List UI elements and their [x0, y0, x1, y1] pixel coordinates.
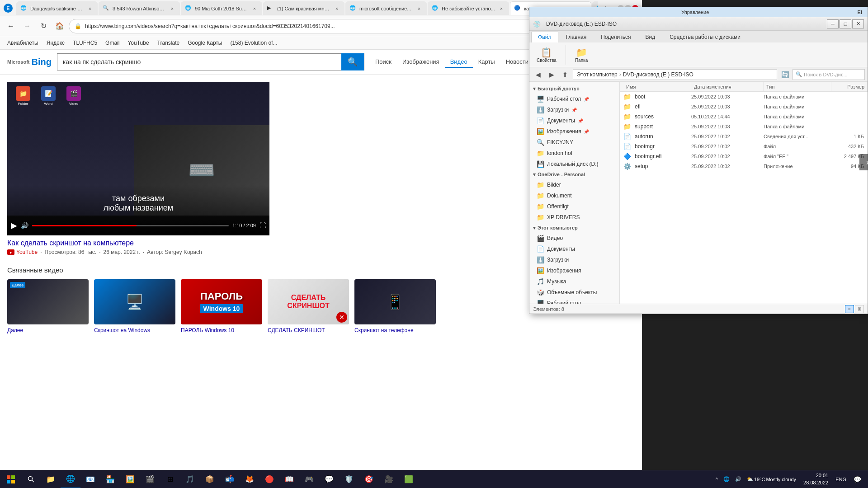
bookmark-bm5[interactable]: YouTube: [124, 38, 152, 48]
sidebar-item-----------------[interactable]: 🎲 Объемные объекты: [529, 287, 619, 298]
browser-tab-tab2[interactable]: 🔍 3,543 Rowan Atkinson P... ×: [99, 1, 180, 15]
bing-nav-nav1[interactable]: Поиск: [370, 56, 397, 68]
file-row-boot[interactable]: 📁 boot 25.09.2022 10:03 Папка с файлами: [620, 92, 868, 102]
file-row-setup[interactable]: ⚙️ setup 25.09.2022 10:02 Приложение 94 …: [620, 161, 868, 171]
bing-search-button[interactable]: 🔍: [341, 53, 364, 70]
taskbar-app-video[interactable]: 🎥: [379, 470, 399, 488]
fe-col-size-header[interactable]: Размер: [831, 82, 868, 91]
taskbar-clock[interactable]: 20:01 28.08.2022: [800, 472, 832, 486]
fe-minimize-button[interactable]: ─: [827, 19, 839, 28]
home-button[interactable]: 🏠: [52, 19, 67, 33]
video-volume-button[interactable]: 🔊: [21, 222, 28, 229]
related-card-v1[interactable]: Далее Далее: [7, 279, 89, 334]
browser-tab-tab4[interactable]: ▶ (1) Сам красивая мне... ×: [263, 1, 344, 15]
sidebar-item-offentligt[interactable]: 📁 Offentligt: [529, 201, 619, 212]
bookmark-bm1[interactable]: Авиабилеты: [4, 38, 42, 48]
taskbar-app-netflix[interactable]: 🎬: [140, 470, 160, 488]
video-play-button[interactable]: ▶: [11, 221, 17, 230]
sidebar-item-fikcyjny[interactable]: 🔍 FIKCYJNY: [529, 137, 619, 148]
tab-close-tab4[interactable]: ×: [333, 5, 340, 12]
sidebar-item-bilder[interactable]: 📁 Bilder: [529, 179, 619, 190]
bing-search-input[interactable]: [57, 54, 341, 70]
tab-close-tab6[interactable]: ×: [498, 5, 505, 12]
fe-close-button[interactable]: ✕: [852, 19, 864, 28]
file-row-sources[interactable]: 📁 sources 05.10.2022 14:44 Папка с файла…: [620, 112, 868, 122]
bookmark-bm4[interactable]: Gmail: [102, 38, 123, 48]
bookmark-bm6[interactable]: Translate: [154, 38, 184, 48]
related-card-v5[interactable]: 📱 Скриншот на телефоне: [354, 279, 436, 334]
taskbar-app-messenger[interactable]: 💬: [319, 470, 339, 488]
fe-ribbon-tab-файл[interactable]: Файл: [531, 32, 558, 42]
taskbar-app-firefox[interactable]: 🦊: [240, 470, 259, 488]
tray-arrow[interactable]: ^: [714, 476, 720, 483]
fe-search-box[interactable]: 🔍 Поиск в DVD-дис...: [793, 69, 865, 80]
sidebar-item-xp-drivers[interactable]: 📁 XP DRIVERS: [529, 212, 619, 223]
sidebar-item----------[interactable]: 📄 Документы: [529, 244, 619, 254]
youtube-source[interactable]: YouTube: [7, 249, 38, 255]
sidebar-item-------------[interactable]: 🖥️ Рабочий стол: [529, 298, 619, 304]
related-card-v4[interactable]: СДЕЛАТЬСКРИНШОТ ✕ СДЕЛАТЬ СКРИНШОТ: [268, 279, 349, 334]
taskbar-app-store[interactable]: 🏪: [100, 470, 120, 488]
bing-nav-nav2[interactable]: Изображения: [397, 56, 445, 68]
tab-close-tab1[interactable]: ×: [86, 5, 94, 12]
taskbar-app-game[interactable]: 🎮: [299, 470, 319, 488]
fe-maximize-button[interactable]: □: [840, 19, 851, 28]
fe-ribbon-tab-поделиться[interactable]: Поделиться: [594, 32, 637, 42]
tab-close-tab2[interactable]: ×: [169, 5, 176, 12]
taskbar-app-outlook[interactable]: 📬: [220, 470, 240, 488]
browser-tab-tab1[interactable]: 🌐 Daugavpils satiksmе – A... ×: [16, 1, 98, 15]
file-row-bootmgr.efi[interactable]: 🔷 bootmgr.efi 25.09.2022 10:02 Файл "EFI…: [620, 151, 868, 161]
fe-breadcrumb[interactable]: Этот компьютер›DVD-дисковод (E:) ESD-ISO: [573, 69, 777, 80]
file-row-autorun[interactable]: 📄 autorun 25.09.2022 10:02 Сведения для …: [620, 131, 868, 141]
start-button[interactable]: [0, 470, 22, 488]
sidebar-section-Этот компьютер[interactable]: ▾Этот компьютер: [529, 223, 619, 233]
sidebar-item---------[interactable]: ⬇️ Загрузки 📌: [529, 104, 619, 115]
tray-network[interactable]: 🌐: [722, 475, 731, 483]
taskbar-app-edge[interactable]: 🌐: [61, 470, 80, 488]
taskbar-app-mail[interactable]: 📧: [80, 470, 100, 488]
fe-ribbon-tab-вид[interactable]: Вид: [638, 32, 662, 42]
file-row-support[interactable]: 📁 support 25.09.2022 10:03 Папка с файла…: [620, 122, 868, 131]
browser-tab-tab3[interactable]: 🌐 90 Mia Goth 2018 Suspi... ×: [181, 1, 262, 15]
breadcrumb-item-0[interactable]: Этот компьютер: [577, 71, 618, 78]
fe-ribbon-tab-главная[interactable]: Главная: [559, 32, 594, 42]
file-row-efi[interactable]: 📁 efi 25.09.2022 10:03 Папка с файлами: [620, 102, 868, 112]
address-bar[interactable]: 🔒 https://www.bing.com/videos/search?q=к…: [69, 19, 561, 33]
fe-col-date-header[interactable]: Дата изменения: [691, 82, 764, 91]
sidebar-section-OneDrive - Personal[interactable]: ▾OneDrive - Personal: [529, 169, 619, 179]
browser-tab-tab6[interactable]: 🌐 Не забывайте устано... ×: [428, 1, 509, 15]
video-progress-bar[interactable]: [32, 225, 229, 226]
fe-next-arrow[interactable]: ›: [859, 154, 868, 170]
taskbar-app-amazon[interactable]: 📦: [200, 470, 220, 488]
taskbar-app-shield[interactable]: 🛡️: [339, 470, 359, 488]
fe-col-type-header[interactable]: Тип: [764, 82, 831, 91]
taskbar-app-photos[interactable]: 🖼️: [120, 470, 140, 488]
tab-close-tab3[interactable]: ×: [251, 5, 258, 12]
bookmark-bm7[interactable]: Google Карты: [184, 38, 226, 48]
sidebar-item------------[interactable]: 🖼️ Изображения: [529, 265, 619, 276]
fe-back-button[interactable]: ◀: [532, 69, 544, 80]
sidebar-item-london-hof[interactable]: 📁 london hof: [529, 148, 619, 159]
fe-list-view-button[interactable]: ≡: [845, 305, 854, 313]
fe-ribbon-tab-средства работы с дисками[interactable]: Средства работы с дисками: [663, 32, 747, 42]
browser-tab-tab5[interactable]: 🌐 microsoft сообщение... ×: [345, 1, 427, 15]
fe-forward-button[interactable]: ▶: [546, 69, 557, 80]
fe-up-button[interactable]: ⬆: [559, 69, 571, 80]
bookmark-bm8[interactable]: (158) Evolution of...: [226, 38, 281, 48]
sidebar-item----------[interactable]: 📄 Документы 📌: [529, 115, 619, 126]
sidebar-item-----------------d--[interactable]: 💾 Локальный диск (D:): [529, 159, 619, 169]
sidebar-item------[interactable]: 🎬 Видео: [529, 233, 619, 244]
related-card-v3[interactable]: ПАРОЛЬ Windows 10 ПАРОЛЬ Windows 10: [181, 279, 262, 334]
bing-nav-nav3[interactable]: Видео: [445, 56, 473, 68]
tray-weather[interactable]: ⛅ 19°C Mostly cloudy: [745, 475, 798, 483]
video-fullscreen-button[interactable]: ⛶: [259, 222, 266, 229]
bookmark-bm2[interactable]: Яндекс: [43, 38, 68, 48]
bing-logo[interactable]: Microsoft Bing: [7, 57, 52, 67]
forward-button[interactable]: →: [20, 19, 34, 33]
fe-ribbon-properties-btn[interactable]: 📋 Свойства: [533, 45, 560, 65]
sidebar-item------------[interactable]: 🖼️ Изображения 📌: [529, 126, 619, 137]
taskbar-search-button[interactable]: [22, 470, 41, 488]
fe-refresh-button[interactable]: 🔄: [779, 69, 791, 80]
notification-button[interactable]: 💬: [850, 470, 864, 488]
taskbar-app-music[interactable]: 🎵: [180, 470, 200, 488]
